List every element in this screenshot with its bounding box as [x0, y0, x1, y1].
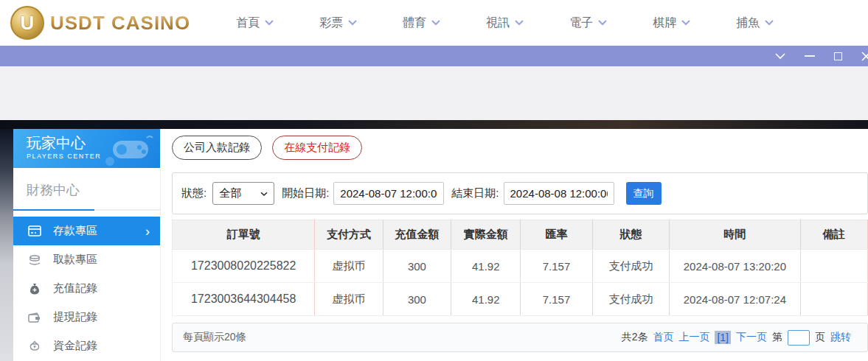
status-label: 狀態: — [181, 186, 206, 200]
top-header: U USDT CASINO 首頁 彩票 體育 視訊 電子 — [0, 0, 868, 46]
sidebar-item-deposit-zone[interactable]: 存款專區 › — [13, 217, 160, 245]
col-order-no: 訂單號 — [173, 220, 315, 250]
left-background-strip — [0, 129, 13, 361]
nav-item-home[interactable]: 首頁 — [236, 15, 274, 31]
gamepad-icon — [103, 133, 154, 166]
start-date-label: 開始日期: — [282, 186, 329, 200]
sidebar-header: 玩家中心 PLAYERS CENTER — [13, 129, 160, 168]
cell-exchange-rate: 7.157 — [521, 250, 592, 283]
page-jump-input[interactable] — [788, 330, 810, 346]
col-exchange-rate: 匯率 — [521, 220, 592, 250]
finance-center-label: 財務中心 — [27, 181, 160, 199]
chevron-down-icon — [765, 20, 774, 26]
maximize-icon[interactable] — [834, 52, 842, 60]
player-center-sidebar: 玩家中心 PLAYERS CENTER 財務中心 存款專區 › — [13, 129, 161, 361]
col-payment-method: 支付方式 — [315, 220, 383, 250]
prev-page-link[interactable]: 上一页 — [678, 331, 709, 344]
col-remark: 備註 — [800, 220, 868, 250]
end-date-label: 結束日期: — [451, 186, 499, 200]
first-page-link[interactable]: 首页 — [653, 331, 673, 344]
chevron-down-icon — [598, 20, 607, 26]
record-tabs: 公司入款記錄 在線支付記錄 — [168, 129, 868, 160]
tab-online-payment-records[interactable]: 在線支付記錄 — [272, 136, 362, 160]
cell-status: 支付成功 — [592, 250, 670, 283]
cell-time: 2024-08-07 13:20:20 — [670, 250, 800, 283]
filter-panel: 狀態: 全部 開始日期: 結束日期: 查詢 — [172, 172, 868, 214]
jump-prefix-label: 第 — [772, 331, 782, 344]
next-page-link[interactable]: 下一页 — [736, 331, 767, 344]
cell-order-no: 1723008020225822 — [173, 250, 315, 283]
sidebar-section: 財務中心 — [13, 168, 160, 199]
cell-recharge-amount: 300 — [383, 283, 451, 316]
app-window: U USDT CASINO 首頁 彩票 體育 視訊 電子 — [0, 0, 868, 361]
chevron-down-icon — [431, 20, 440, 26]
spacer-band — [0, 66, 868, 120]
cell-order-no: 1723003644304458 — [173, 283, 315, 316]
col-actual-amount: 實際金額 — [451, 220, 521, 250]
nav-item-sports[interactable]: 體育 — [403, 15, 440, 31]
select-chevron-icon — [260, 189, 268, 197]
chevron-down-icon — [515, 20, 524, 26]
cell-remark — [800, 283, 868, 316]
money-bag-icon — [27, 283, 43, 295]
chevron-down-icon — [348, 20, 357, 26]
main-nav: 首頁 彩票 體育 視訊 電子 棋牌 — [236, 15, 819, 31]
col-recharge-amount: 充值金額 — [383, 220, 451, 250]
sidebar-item-recharge-records[interactable]: 充值記錄 — [13, 274, 160, 303]
cell-actual-amount: 41.92 — [451, 250, 521, 283]
coin-purse-icon — [27, 340, 43, 352]
sidebar-menu: 存款專區 › 取款專區 充值記錄 提現記錄 — [13, 217, 160, 360]
brand-name: USDT CASINO — [50, 12, 190, 35]
deposit-card-icon — [27, 225, 43, 236]
window-title-bar — [0, 46, 868, 66]
sidebar-item-fund-records[interactable]: 資金記錄 — [13, 332, 160, 360]
cell-exchange-rate: 7.157 — [521, 283, 592, 316]
section-divider — [13, 209, 160, 211]
dropdown-chevron-icon[interactable] — [775, 53, 785, 60]
col-time: 時間 — [670, 220, 800, 250]
chevron-down-icon — [265, 20, 274, 26]
end-date-input[interactable] — [504, 182, 614, 205]
cell-payment-method: 虚拟币 — [315, 250, 383, 283]
minimize-icon[interactable] — [805, 55, 815, 57]
search-button[interactable]: 查詢 — [626, 182, 662, 205]
cell-remark — [800, 250, 868, 283]
cell-status: 支付成功 — [592, 283, 670, 316]
pagination-bar: 每頁顯示20條 共2条 首页 上一页 [1] 下一页 第 页 跳转 — [172, 323, 868, 352]
dark-divider-band — [0, 120, 868, 129]
cell-recharge-amount: 300 — [383, 250, 451, 283]
close-icon[interactable] — [861, 52, 868, 61]
logo-letter: U — [21, 12, 35, 35]
table-row: 1723008020225822 虚拟币 300 41.92 7.157 支付成… — [173, 250, 868, 283]
nav-item-lottery[interactable]: 彩票 — [319, 15, 357, 31]
current-page-indicator: [1] — [715, 331, 731, 344]
table-row: 1723003644304458 虚拟币 300 41.92 7.157 支付成… — [173, 283, 868, 316]
chevron-down-icon — [681, 20, 690, 26]
payment-records-table: 訂單號 支付方式 充值金額 實際金額 匯率 狀態 時間 備註 172300802… — [172, 220, 868, 316]
per-page-label: 每頁顯示20條 — [183, 331, 246, 344]
brand-logo-icon: U — [10, 6, 44, 40]
table-header-row: 訂單號 支付方式 充值金額 實際金額 匯率 狀態 時間 備註 — [173, 220, 868, 250]
wallet-icon — [27, 312, 43, 323]
start-date-input[interactable] — [333, 182, 444, 205]
total-count-label: 共2条 — [622, 331, 648, 344]
cell-time: 2024-08-07 12:07:24 — [670, 283, 800, 316]
cell-actual-amount: 41.92 — [451, 283, 521, 316]
col-status: 狀態 — [592, 220, 670, 250]
nav-item-cards[interactable]: 棋牌 — [653, 15, 690, 31]
chevron-right-icon: › — [145, 225, 150, 238]
sidebar-item-withdraw-zone[interactable]: 取款專區 — [13, 245, 160, 274]
sidebar-item-withdrawal-records[interactable]: 提現記錄 — [13, 303, 160, 332]
nav-item-video[interactable]: 視訊 — [486, 15, 524, 31]
brand-logo[interactable]: U USDT CASINO — [10, 6, 190, 40]
jump-button[interactable]: 跳转 — [830, 331, 851, 344]
cell-payment-method: 虚拟币 — [315, 283, 383, 316]
main-content: 公司入款記錄 在線支付記錄 狀態: 全部 開始日期: 結束日期: 查詢 — [168, 129, 868, 361]
hand-coins-icon — [27, 254, 43, 265]
status-select[interactable]: 全部 — [212, 182, 274, 205]
nav-item-slots[interactable]: 電子 — [569, 15, 607, 31]
tab-company-deposit-records[interactable]: 公司入款記錄 — [172, 136, 262, 160]
nav-item-fishing[interactable]: 捕魚 — [736, 15, 774, 31]
jump-suffix-label: 页 — [815, 331, 825, 344]
pager: 共2条 首页 上一页 [1] 下一页 第 页 跳转 — [622, 330, 851, 346]
